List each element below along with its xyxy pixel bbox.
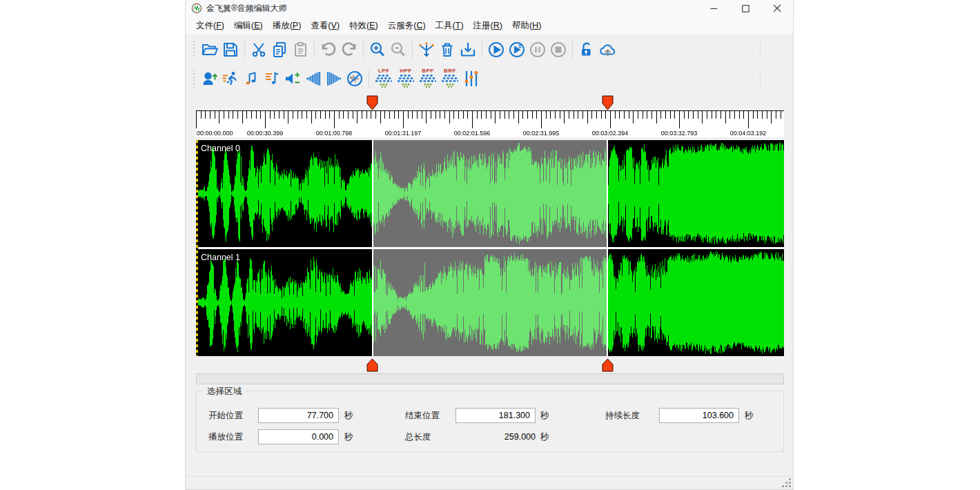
minimize-button[interactable] xyxy=(698,0,729,17)
selection-start-marker-bottom[interactable] xyxy=(366,358,378,372)
voice-change-button[interactable] xyxy=(199,68,220,90)
marker-strip-bottom xyxy=(186,357,793,373)
import-button[interactable] xyxy=(458,39,478,61)
waveform-channel-1[interactable]: Channel 1 xyxy=(196,249,784,356)
lock-button[interactable] xyxy=(576,39,597,61)
menu-file[interactable]: 文件(F) xyxy=(191,17,229,35)
zoom-in-button[interactable] xyxy=(367,39,388,61)
rate-button[interactable] xyxy=(262,68,282,90)
denoise-button[interactable] xyxy=(344,68,365,90)
play-position-label: 播放位置 xyxy=(208,429,243,444)
title-bar[interactable]: 金飞翼®音频编辑大师 xyxy=(186,0,793,17)
duration-unit: 秒 xyxy=(745,408,754,423)
save-button[interactable] xyxy=(220,39,241,61)
menu-view[interactable]: 查看(V) xyxy=(306,17,344,35)
play-position-input[interactable] xyxy=(258,429,339,444)
end-position-input[interactable] xyxy=(455,408,536,423)
brf-label: BRF xyxy=(444,68,456,74)
marker-strip-top xyxy=(186,94,793,110)
duration-input[interactable] xyxy=(659,408,739,423)
menu-help[interactable]: 帮助(H) xyxy=(507,17,546,35)
menu-cloud[interactable]: 云服务(C) xyxy=(383,17,431,35)
save-icon xyxy=(222,41,239,59)
start-position-label: 开始位置 xyxy=(208,408,243,423)
cloud-upload-icon xyxy=(598,41,617,59)
selection-start-marker-top[interactable] xyxy=(366,95,378,110)
pitch-button[interactable] xyxy=(241,68,262,90)
hpf-button[interactable]: HPF xyxy=(395,68,417,90)
selection-end-marker-bottom[interactable] xyxy=(602,358,614,372)
horizontal-scrollbar[interactable] xyxy=(196,373,784,384)
mix-button[interactable] xyxy=(416,39,437,61)
volume-button[interactable] xyxy=(282,68,303,90)
close-button[interactable] xyxy=(761,0,793,17)
maximize-button[interactable] xyxy=(729,0,761,17)
toolbar-separator xyxy=(412,41,413,59)
selection-end-marker-top[interactable] xyxy=(602,95,614,110)
total-length-label: 总长度 xyxy=(405,429,431,444)
menu-play[interactable]: 播放(P) xyxy=(268,17,306,35)
start-position-input[interactable] xyxy=(258,408,339,423)
bpf-button[interactable]: BPF xyxy=(417,68,439,90)
zoom-in-icon xyxy=(369,41,386,59)
brf-button[interactable]: BRF xyxy=(439,68,461,90)
fade-in-button[interactable] xyxy=(303,68,324,90)
menu-effects[interactable]: 特效(E) xyxy=(344,17,383,35)
cut-button[interactable] xyxy=(248,39,269,61)
end-position-label: 结束位置 xyxy=(405,408,440,423)
tempo-button[interactable] xyxy=(220,68,241,90)
app-logo-icon xyxy=(191,3,202,14)
lpf-button[interactable]: LPF xyxy=(373,68,395,90)
fade-out-button[interactable] xyxy=(324,68,344,90)
waveform-canvas-1[interactable] xyxy=(196,249,784,356)
trash-icon xyxy=(438,41,456,59)
cloud-upload-button[interactable] xyxy=(597,39,618,61)
bpf-label: BPF xyxy=(422,68,434,74)
stop-icon xyxy=(549,41,567,59)
selection-region-title: 选择区域 xyxy=(204,386,245,398)
stop-button[interactable] xyxy=(548,39,569,61)
import-icon xyxy=(459,41,477,59)
start-position-unit: 秒 xyxy=(344,408,353,423)
total-length-unit: 秒 xyxy=(540,429,549,444)
copy-button[interactable] xyxy=(269,39,290,61)
delete-button[interactable] xyxy=(437,39,458,61)
channel-1-label: Channel 1 xyxy=(201,253,240,262)
voice-change-icon xyxy=(201,70,219,88)
equalizer-button[interactable] xyxy=(461,68,482,90)
open-folder-icon xyxy=(201,41,219,59)
mix-icon xyxy=(418,41,435,59)
pause-button[interactable] xyxy=(527,39,548,61)
bpf-filter-icon xyxy=(418,74,438,88)
open-button[interactable] xyxy=(199,39,220,61)
toolbar-grip[interactable] xyxy=(193,70,195,88)
toolbar-end-separator xyxy=(760,71,761,86)
toolbar-separator xyxy=(244,41,245,59)
maximize-icon xyxy=(742,5,749,12)
play-icon xyxy=(487,41,505,59)
total-length-value: 259.000 xyxy=(455,429,536,444)
tempo-runner-icon xyxy=(222,70,239,88)
fade-out-icon xyxy=(325,70,343,88)
toolbar-separator xyxy=(482,41,482,59)
menu-tools[interactable]: 工具(T) xyxy=(431,17,469,35)
hpf-label: HPF xyxy=(400,68,412,74)
zoom-out-button[interactable] xyxy=(388,39,409,61)
waveform-channel-0[interactable]: Channel 0 xyxy=(196,140,784,247)
play-selection-button[interactable] xyxy=(507,39,527,61)
timeline-ruler[interactable] xyxy=(196,110,784,137)
redo-button[interactable] xyxy=(339,39,360,61)
paste-button[interactable] xyxy=(290,39,311,61)
resize-grip[interactable] xyxy=(783,479,792,488)
toolbar-separator xyxy=(363,41,364,59)
waveform-canvas-0[interactable] xyxy=(196,140,784,247)
undo-button[interactable] xyxy=(318,39,339,61)
playhead-cursor[interactable] xyxy=(196,140,198,356)
copy-icon xyxy=(271,41,288,59)
menu-register[interactable]: 注册(R) xyxy=(469,17,507,35)
lpf-filter-icon xyxy=(374,74,393,88)
waveform-area: Channel 0 Channel 1 xyxy=(196,140,784,356)
menu-edit[interactable]: 编辑(E) xyxy=(229,17,268,35)
toolbar-grip[interactable] xyxy=(193,41,195,59)
play-button[interactable] xyxy=(486,39,507,61)
